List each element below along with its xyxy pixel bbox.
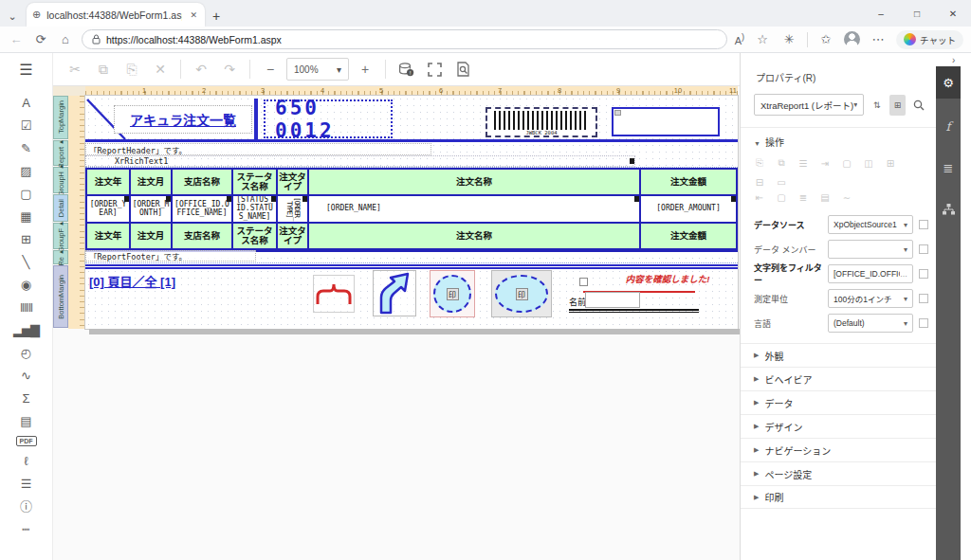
measureunit-dropdown[interactable]: 100分の1インチ▾ <box>828 289 913 308</box>
field-cell[interactable]: [ORDER_MONTH] <box>131 196 173 224</box>
operation-icon[interactable]: ◫ <box>863 157 874 169</box>
search-properties-button[interactable] <box>910 95 926 116</box>
zoom-out-button[interactable]: − <box>258 57 283 81</box>
section-appearance[interactable]: ▶外観 <box>741 343 936 367</box>
report-explorer-tab-icon[interactable] <box>936 195 961 224</box>
operation-icon[interactable]: ▢ <box>841 157 852 169</box>
profile-avatar[interactable] <box>844 31 860 47</box>
copilot-button[interactable]: チャット <box>896 30 963 49</box>
tab-search-chevron-icon[interactable]: ⌄ <box>0 6 25 27</box>
operation-icon[interactable]: ∼ <box>841 191 852 203</box>
zoom-in-button[interactable]: + <box>353 57 377 81</box>
band-top-margin[interactable]: TopMargin <box>53 96 68 139</box>
footer-cell[interactable]: 注文名称 <box>309 224 641 250</box>
favorites-list-icon[interactable]: ✩ <box>817 32 834 46</box>
richtext-control[interactable]: XrRichText1 <box>85 155 635 167</box>
menu-icon[interactable]: ☰ <box>0 53 53 85</box>
header-cell[interactable]: ステータス名称 <box>233 170 278 196</box>
operation-icon[interactable]: ⎘ <box>754 157 765 169</box>
field-cell[interactable]: [OFFICE_ID.OFFICE_NAME] <box>173 196 233 224</box>
operation-icon[interactable]: ⇥ <box>819 157 831 169</box>
field-cell[interactable]: [ORDER_NAME] <box>309 196 641 224</box>
pdf-content-tool[interactable]: PDF <box>16 436 37 446</box>
barcode-tool[interactable]: ‖‖‖ <box>16 299 37 316</box>
stamp-ellipse-control[interactable]: 印 <box>491 270 552 317</box>
operation-icon[interactable]: ☰ <box>797 157 809 169</box>
page-info-control[interactable]: [0] 頁目／全 [1] <box>89 272 175 290</box>
new-tab-button[interactable]: + <box>205 6 228 27</box>
minimize-button[interactable]: – <box>863 0 899 27</box>
operation-icon[interactable]: ▤ <box>819 191 831 203</box>
header-cell[interactable]: 注文金額 <box>641 170 736 196</box>
band-group-footer[interactable]: GroupF▸ <box>53 223 68 249</box>
footer-cell[interactable]: 支店名称 <box>173 224 233 250</box>
report-table[interactable]: 注文年 注文月 支店名称 ステータス名称 注文タイプ 注文名称 注文金額 [OR… <box>85 168 738 252</box>
band-bottom-margin[interactable]: BottomMargin <box>53 265 68 328</box>
sparkline-tool[interactable]: ∿ <box>16 368 37 384</box>
field-cell[interactable]: [ORDER_TYPE] <box>278 196 309 224</box>
band-report-header[interactable]: Report▸ <box>53 140 68 166</box>
table-of-contents-tool[interactable]: ☰ <box>16 476 37 492</box>
resize-handle[interactable] <box>630 158 634 164</box>
line-tool[interactable]: ╲ <box>16 254 37 270</box>
brace-shape-control[interactable] <box>313 275 355 313</box>
subreport-tool[interactable]: ⓘ <box>16 498 37 515</box>
browser-essentials-icon[interactable]: ✳ <box>780 32 797 46</box>
section-page-settings[interactable]: ▶ページ設定 <box>741 461 936 485</box>
stamp-shape-control[interactable]: 印 <box>430 270 475 317</box>
field-cell[interactable]: [ORDER_YEAR] <box>87 196 131 224</box>
field-cell[interactable]: [STATUS_ID.STATUS_NAME] <box>233 196 278 224</box>
report-header-label[interactable]: 「ReportHeader」です。 <box>85 143 431 155</box>
preview-button[interactable] <box>450 57 475 81</box>
confirm-checkbox[interactable] <box>579 278 588 286</box>
validate-bindings-button[interactable]: ! <box>394 57 418 81</box>
chart-tool[interactable]: ▂▅▇ <box>16 322 37 338</box>
datamember-dropdown[interactable]: ▾ <box>828 240 913 259</box>
back-icon[interactable]: ← <box>8 32 25 46</box>
name-input-box[interactable] <box>585 292 640 308</box>
footer-cell[interactable]: 注文タイプ <box>278 224 309 250</box>
header-cell[interactable]: 支店名称 <box>173 170 233 196</box>
footer-cell[interactable]: 注文月 <box>131 224 173 250</box>
barcode-control[interactable]: JWBCK 2004 <box>486 107 597 137</box>
tab-close-icon[interactable]: ✕ <box>188 9 199 22</box>
header-cell[interactable]: 注文月 <box>131 170 173 196</box>
property-checkbox[interactable] <box>919 269 928 279</box>
home-icon[interactable]: ⌂ <box>57 32 74 46</box>
signature-tool[interactable]: ℓ <box>16 453 37 469</box>
property-checkbox[interactable] <box>919 220 928 229</box>
operation-icon[interactable]: ⧉ <box>776 157 787 169</box>
band-report-footer[interactable]: Re▸ <box>53 250 68 264</box>
close-button[interactable]: ✕ <box>935 0 971 27</box>
collapse-panel-chevron-icon[interactable]: › <box>952 55 955 65</box>
report-design-surface[interactable]: アキュラ注文一覧 650 0012 JWBCK 2004 「ReportHead… <box>85 96 738 329</box>
table-tool[interactable]: ▦ <box>16 208 37 225</box>
panel-tool[interactable]: ▢ <box>16 186 37 202</box>
section-behavior[interactable]: ▶ビヘイビア <box>741 367 936 390</box>
footer-cell[interactable]: 注文金額 <box>641 224 736 250</box>
field-list-tab-icon[interactable]: ≣ <box>936 154 961 182</box>
section-print[interactable]: ▶印刷 <box>741 485 936 509</box>
label-tool[interactable]: A <box>16 95 37 111</box>
pivot-grid-tool[interactable]: Σ <box>16 390 37 406</box>
picturebox-tool[interactable]: ▨ <box>16 163 37 179</box>
section-navigation[interactable]: ▶ナビゲーション <box>741 438 936 461</box>
field-cell[interactable]: [ORDER_AMOUNT] <box>641 196 736 224</box>
redo-button[interactable]: ↷ <box>217 57 242 81</box>
header-cell[interactable]: 注文タイプ <box>278 170 309 196</box>
operations-section-header[interactable]: ▼操作 <box>741 127 936 154</box>
richtext-tool[interactable]: ✎ <box>16 140 37 156</box>
language-dropdown[interactable]: (Default)▾ <box>828 314 913 333</box>
category-view-button[interactable]: ⊞ <box>889 95 906 116</box>
character-comb-tool[interactable]: ⊞ <box>16 231 37 247</box>
filterstring-editor[interactable]: [OFFICE_ID.OFFICE_ID] ...… <box>828 264 913 283</box>
arrow-shape-control[interactable] <box>373 270 416 316</box>
expressions-tab-fx-icon[interactable]: f <box>936 112 961 140</box>
operation-icon[interactable]: ⊟ <box>754 176 765 188</box>
zoom-level-select[interactable]: 100% ▾ <box>286 58 349 81</box>
page-break-tool[interactable]: ┉ <box>16 521 37 537</box>
header-cell[interactable]: 注文名称 <box>309 170 641 196</box>
fullscreen-button[interactable] <box>422 57 447 81</box>
number-display-control[interactable]: 650 0012 <box>264 99 393 138</box>
datasource-dropdown[interactable]: XpObjectSource1▾ <box>828 215 913 234</box>
